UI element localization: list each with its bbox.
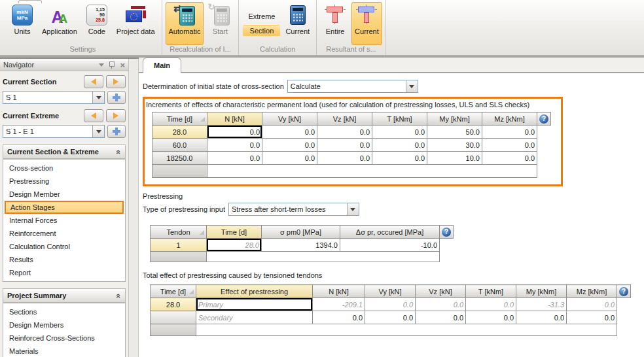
cell[interactable]: 0.0 [262,139,317,152]
row-header[interactable]: 18250.0 [152,152,207,165]
cell[interactable]: 0.0 [466,311,516,324]
help-icon[interactable] [619,287,628,296]
row-header[interactable]: 60.0 [152,139,207,152]
col-header-mz[interactable]: Mz [kNm] [482,112,537,126]
selected-cell[interactable]: 0.0 [207,126,262,139]
units-button[interactable]: mkN MPa Units [7,2,37,45]
new-row-header[interactable] [152,165,207,178]
cell[interactable]: 0.0 [482,139,537,152]
cell[interactable]: -31.3 [516,298,567,311]
cell[interactable]: 0.0 [207,139,262,152]
col-header-n[interactable]: N [kN] [313,285,365,298]
cell[interactable]: 0.0 [482,152,537,165]
col-header-vz[interactable]: Vz [kN] [416,285,466,298]
initial-state-select[interactable]: Calculate [287,80,418,93]
close-icon[interactable] [120,60,125,70]
sidebar-item-action-stages[interactable]: Action Stages [5,201,124,214]
selected-cell[interactable]: Primary [196,298,313,311]
cell[interactable]: 0.0 [317,139,372,152]
cell[interactable]: 0.0 [262,152,317,165]
col-header-vy[interactable]: Vy [kN] [365,285,416,298]
row-header[interactable]: 28.0 [152,126,207,139]
new-row-header[interactable] [151,252,207,262]
col-header-n[interactable]: N [kN] [207,112,262,126]
cell[interactable]: -209.1 [313,298,365,311]
col-header-time[interactable]: Time [d] [151,285,196,298]
cell[interactable]: 0.0 [372,126,427,139]
start-button[interactable]: Start [205,2,235,45]
current-section-select[interactable]: S 1 [3,91,105,104]
col-header-effect[interactable]: Effect of prestressing [196,285,313,298]
cell[interactable]: 0.0 [365,298,416,311]
sidebar-item-report[interactable]: Report [3,266,125,279]
ribbon-tab-sliver[interactable] [18,0,42,3]
chevron-down-icon[interactable] [347,203,359,215]
add-section-button[interactable] [107,91,126,104]
col-header-time[interactable]: Time [d] [152,112,207,126]
collapse-chevron-icon[interactable] [114,293,124,298]
help-icon[interactable] [539,114,548,124]
sidebar-item-cross-section[interactable]: Cross-section [3,162,125,175]
sidebar-item-internal-forces[interactable]: Internal Forces [3,214,125,227]
cell[interactable]: 0.0 [466,298,516,311]
cell[interactable]: 0.0 [372,139,427,152]
sidebar-item-materials[interactable]: Materials [3,345,125,357]
cell[interactable]: 0.0 [516,311,567,324]
cell[interactable]: 0.0 [313,311,365,324]
col-header-my[interactable]: My [kNm] [516,285,567,298]
cell[interactable]: 0.0 [416,311,466,324]
resultant-current-button[interactable]: Current [351,2,382,45]
next-extreme-button[interactable] [106,109,126,122]
help-icon[interactable] [442,228,451,237]
cell[interactable]: 0.0 [262,126,317,139]
extreme-button[interactable]: Extreme [243,10,280,22]
nav-group-current-section-extreme[interactable]: Current Section & Extreme [3,144,126,159]
collapse-chevron-icon[interactable] [114,149,124,154]
row-header[interactable] [151,311,196,324]
cell[interactable]: 0.0 [207,152,262,165]
col-header-t[interactable]: T [kNm] [466,285,516,298]
col-header-delta-sigma[interactable]: Δσ pr, occured [MPa] [340,226,440,239]
cell[interactable]: -10.0 [340,239,440,252]
cell[interactable]: Secondary [196,311,313,324]
automatic-button[interactable]: Automatic [166,2,204,45]
col-header-time[interactable]: Time [d] [207,226,262,239]
application-button[interactable]: A A Application [39,2,80,45]
add-extreme-button[interactable] [107,125,126,138]
calculation-current-button[interactable]: Current [282,2,313,45]
cell[interactable]: 0.0 [482,126,537,139]
col-header-tendon[interactable]: Tendon [151,226,207,239]
chevron-down-icon[interactable] [92,126,104,137]
row-header[interactable]: 28.0 [151,298,196,311]
sidebar-item-sections[interactable]: Sections [3,305,125,318]
col-header-vy[interactable]: Vy [kN] [262,112,317,126]
new-row-header[interactable] [151,324,196,336]
cell[interactable]: 0.0 [365,311,416,324]
previous-section-button[interactable] [84,75,103,88]
col-header-vz[interactable]: Vz [kN] [317,112,372,126]
sidebar-item-prestressing[interactable]: Prestressing [3,175,125,188]
sidebar-item-results[interactable]: Results [3,253,125,266]
prestressing-type-select[interactable]: Stress after short-term losses [228,203,359,216]
panel-splitter[interactable] [128,59,139,357]
previous-extreme-button[interactable] [84,109,103,122]
pin-icon[interactable] [109,61,115,67]
sidebar-item-calculation-control[interactable]: Calculation Control [3,240,125,253]
cell[interactable]: 0.0 [372,152,427,165]
nav-group-project-summary[interactable]: Project Summary [3,288,126,303]
col-header-mz[interactable]: Mz [kNm] [567,285,617,298]
chevron-down-icon[interactable] [406,80,418,92]
row-header[interactable]: 1 [151,239,207,252]
cell[interactable]: 0.0 [416,298,466,311]
next-section-button[interactable] [106,75,126,88]
cell[interactable]: 50.0 [427,126,482,139]
menu-dropdown-icon[interactable] [99,63,104,67]
sidebar-item-design-member[interactable]: Design Member [3,188,125,201]
cell[interactable]: 0.0 [317,152,372,165]
col-header-t[interactable]: T [kNm] [372,112,427,126]
col-header-my[interactable]: My [kNm] [427,112,482,126]
chevron-down-icon[interactable] [92,92,104,103]
tab-main[interactable]: Main [143,58,181,73]
sidebar-item-reinforcement[interactable]: Reinforcement [3,227,125,240]
section-button[interactable]: Section [243,25,280,37]
